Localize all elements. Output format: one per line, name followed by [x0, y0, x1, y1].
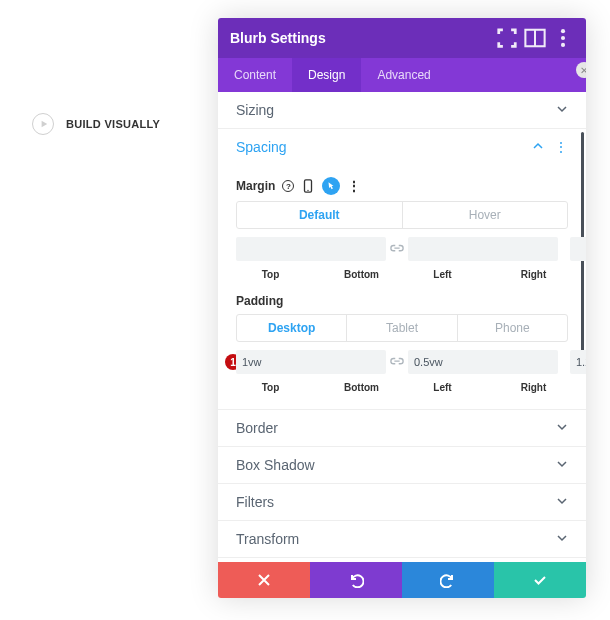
- spacing-body: Margin ? ⋮ Default Hover: [218, 165, 586, 409]
- section-border[interactable]: Border: [218, 410, 586, 446]
- phone-icon[interactable]: [301, 179, 315, 193]
- section-filters[interactable]: Filters: [218, 484, 586, 520]
- section-filters-label: Filters: [236, 494, 274, 510]
- margin-more-icon[interactable]: ⋮: [347, 178, 361, 194]
- padding-header: Padding: [236, 294, 568, 308]
- action-bar: [218, 562, 586, 598]
- section-transform[interactable]: Transform: [218, 521, 586, 557]
- margin-label: Margin: [236, 179, 275, 193]
- section-box-shadow[interactable]: Box Shadow: [218, 447, 586, 483]
- redo-button[interactable]: [402, 562, 494, 598]
- chevron-down-icon: [556, 457, 568, 473]
- settings-panel: Blurb Settings Content Design Advanced ✕…: [218, 18, 586, 598]
- margin-bottom-label: Bottom: [327, 265, 396, 282]
- padding-bottom-input[interactable]: [408, 350, 558, 374]
- cancel-button[interactable]: [218, 562, 310, 598]
- svg-point-4: [561, 36, 565, 40]
- more-icon[interactable]: [552, 27, 574, 49]
- tab-advanced[interactable]: Advanced: [361, 58, 446, 92]
- state-default[interactable]: Default: [237, 202, 403, 228]
- chevron-down-icon: [556, 494, 568, 510]
- section-more-icon[interactable]: ⋮: [554, 139, 568, 155]
- margin-inputs: [236, 237, 568, 261]
- padding-left-input[interactable]: [570, 350, 586, 374]
- svg-marker-0: [41, 121, 47, 127]
- margin-top-label: Top: [236, 265, 305, 282]
- padding-device-tabs: Desktop Tablet Phone: [236, 314, 568, 342]
- svg-point-3: [561, 29, 565, 33]
- panel-body: Sizing Spacing ⋮ Margin ?: [218, 92, 586, 562]
- margin-bottom-input[interactable]: [408, 237, 558, 261]
- undo-button[interactable]: [310, 562, 402, 598]
- margin-state-tabs: Default Hover: [236, 201, 568, 229]
- panel-title: Blurb Settings: [230, 30, 490, 46]
- section-border-label: Border: [236, 420, 278, 436]
- tab-design[interactable]: Design: [292, 58, 361, 92]
- padding-top-label: Top: [236, 378, 305, 395]
- padding-label: Padding: [236, 294, 283, 308]
- link-icon[interactable]: [388, 237, 406, 261]
- state-hover[interactable]: Hover: [403, 202, 568, 228]
- svg-point-7: [308, 190, 309, 191]
- play-icon: [32, 113, 54, 135]
- chevron-up-icon: [532, 139, 544, 155]
- hover-state-icon[interactable]: [322, 177, 340, 195]
- device-phone[interactable]: Phone: [458, 315, 567, 341]
- columns-icon[interactable]: [524, 27, 546, 49]
- expand-icon[interactable]: [496, 27, 518, 49]
- section-animation[interactable]: Animation: [218, 558, 586, 562]
- module-tabs: Content Design Advanced ✕: [218, 58, 586, 92]
- padding-inputs: 1: [236, 350, 568, 374]
- chevron-down-icon: [556, 420, 568, 436]
- padding-right-label: Right: [499, 378, 568, 395]
- device-desktop[interactable]: Desktop: [237, 315, 347, 341]
- save-button[interactable]: [494, 562, 586, 598]
- chevron-down-icon: [556, 102, 568, 118]
- build-visually-link[interactable]: BUILD VISUALLY: [32, 113, 160, 135]
- tab-content[interactable]: Content: [218, 58, 292, 92]
- section-sizing-label: Sizing: [236, 102, 274, 118]
- close-icon[interactable]: ✕: [576, 62, 586, 78]
- margin-header: Margin ? ⋮: [236, 177, 568, 195]
- link-icon[interactable]: [388, 350, 406, 374]
- panel-header: Blurb Settings: [218, 18, 586, 58]
- device-tablet[interactable]: Tablet: [347, 315, 457, 341]
- margin-right-label: Right: [499, 265, 568, 282]
- margin-left-label: Left: [408, 265, 477, 282]
- padding-left-label: Left: [408, 378, 477, 395]
- padding-top-input[interactable]: [236, 350, 386, 374]
- chevron-down-icon: [556, 531, 568, 547]
- section-spacing[interactable]: Spacing ⋮: [218, 129, 586, 165]
- padding-bottom-label: Bottom: [327, 378, 396, 395]
- margin-left-input[interactable]: [570, 237, 586, 261]
- section-spacing-label: Spacing: [236, 139, 287, 155]
- section-box-shadow-label: Box Shadow: [236, 457, 315, 473]
- section-transform-label: Transform: [236, 531, 299, 547]
- svg-point-5: [561, 43, 565, 47]
- build-visually-label: BUILD VISUALLY: [66, 118, 160, 130]
- help-icon[interactable]: ?: [282, 180, 294, 192]
- section-sizing[interactable]: Sizing: [218, 92, 586, 128]
- margin-top-input[interactable]: [236, 237, 386, 261]
